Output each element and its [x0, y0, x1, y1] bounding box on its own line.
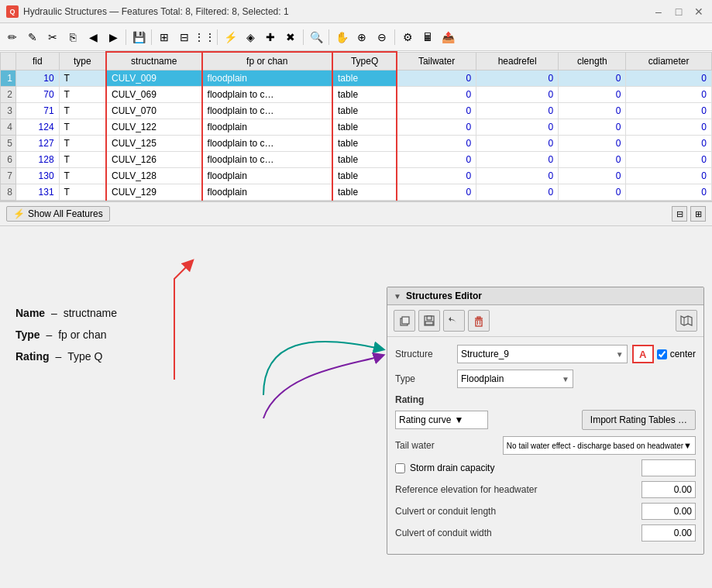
table-cell[interactable]: 0	[626, 168, 712, 184]
save-icon[interactable]: 💾	[129, 28, 148, 46]
table-cell[interactable]: floodplain to c…	[202, 136, 332, 152]
table-cell[interactable]: 0	[559, 70, 626, 87]
cut-icon[interactable]: ✂	[43, 28, 62, 46]
editor-delete-button[interactable]	[468, 310, 490, 332]
table-cell[interactable]: floodplain	[202, 168, 332, 184]
table-cell[interactable]: 70	[16, 87, 60, 103]
table-row[interactable]: 371TCULV_070floodplain to c…table0000	[1, 103, 712, 119]
row-number[interactable]: 5	[1, 136, 16, 152]
row-number[interactable]: 1	[1, 70, 16, 87]
table-cell[interactable]: T	[59, 87, 106, 103]
row-number[interactable]: 3	[1, 103, 16, 119]
table-cell[interactable]: 0	[476, 136, 559, 152]
editor-copy-button[interactable]	[394, 310, 415, 332]
editor-undo-button[interactable]	[443, 310, 465, 332]
table-cell[interactable]: T	[59, 168, 106, 184]
row-number[interactable]: 7	[1, 168, 16, 184]
table-cell[interactable]: 0	[476, 119, 559, 136]
table-row[interactable]: 110TCULV_009floodplaintable0000	[1, 70, 712, 87]
import-rating-tables-button[interactable]: Import Rating Tables …	[582, 410, 696, 430]
table-cell[interactable]: 0	[559, 136, 626, 152]
tools-icon[interactable]: ⚙	[398, 28, 417, 46]
table-cell[interactable]: 0	[559, 152, 626, 168]
clength-header[interactable]: clength	[559, 52, 626, 70]
tailwater-dropdown[interactable]: No tail water effect - discharge based o…	[503, 436, 696, 455]
columns-icon[interactable]: ⋮⋮	[195, 28, 214, 46]
table-row[interactable]: 270TCULV_069floodplain to c…table0000	[1, 87, 712, 103]
table-cell[interactable]: 0	[476, 70, 559, 87]
table-cell[interactable]: floodplain to c…	[202, 103, 332, 119]
table-cell[interactable]: T	[59, 184, 106, 201]
table-cell[interactable]: 0	[476, 152, 559, 168]
table-cell[interactable]: 71	[16, 103, 60, 119]
table-cell[interactable]: 0	[626, 152, 712, 168]
export-icon[interactable]: 📤	[439, 28, 457, 46]
table-cell[interactable]: 0	[559, 103, 626, 119]
table-cell[interactable]: T	[59, 119, 106, 136]
table-cell[interactable]: 128	[16, 152, 60, 168]
maximize-button[interactable]: □	[672, 5, 686, 19]
table-cell[interactable]: 0	[626, 70, 712, 87]
table-cell[interactable]: CULV_069	[106, 87, 202, 103]
filter-icon[interactable]: ⚡	[221, 28, 239, 46]
table-cell[interactable]: 0	[559, 87, 626, 103]
table-cell[interactable]: 0	[559, 184, 626, 201]
table-cell[interactable]: floodplain	[202, 70, 332, 87]
structure-dropdown[interactable]: Structure_9 ▼	[457, 345, 628, 363]
panel-collapse-icon[interactable]: ▼	[394, 292, 401, 301]
table-cell[interactable]: 0	[476, 168, 559, 184]
zoom-out-icon[interactable]: ⊖	[373, 28, 391, 46]
table-cell[interactable]: 0	[559, 119, 626, 136]
show-features-button[interactable]: ⚡ Show All Features	[6, 206, 110, 222]
minimize-button[interactable]: –	[652, 5, 666, 19]
search-icon[interactable]: 🔍	[307, 28, 325, 46]
table-cell[interactable]: CULV_129	[106, 184, 202, 201]
table-cell[interactable]: CULV_122	[106, 119, 202, 136]
editor-map-button[interactable]	[676, 310, 697, 332]
select-icon[interactable]: ◈	[241, 28, 260, 46]
zoom-icon[interactable]: ⊕	[353, 28, 371, 46]
table-cell[interactable]: table	[332, 168, 397, 184]
table-icon[interactable]: ⊟	[175, 28, 194, 46]
table-cell[interactable]: 0	[626, 136, 712, 152]
table-cell[interactable]: 0	[397, 103, 476, 119]
table-cell[interactable]: 10	[16, 70, 60, 87]
pan-icon[interactable]: ✋	[332, 28, 351, 46]
fp-chan-header[interactable]: fp or chan	[202, 52, 332, 70]
plus-icon[interactable]: ✚	[261, 28, 280, 46]
row-number[interactable]: 2	[1, 87, 16, 103]
table-cell[interactable]: CULV_070	[106, 103, 202, 119]
expand-table-button[interactable]: ⊞	[690, 206, 706, 222]
table-cell[interactable]: 127	[16, 136, 60, 152]
tailwater-header[interactable]: Tailwater	[397, 52, 476, 70]
table-cell[interactable]: floodplain to c…	[202, 152, 332, 168]
back-icon[interactable]: ◀	[84, 28, 102, 46]
table-cell[interactable]: T	[59, 152, 106, 168]
table-cell[interactable]: CULV_125	[106, 136, 202, 152]
text-symbol-button[interactable]: A	[632, 345, 654, 363]
table-cell[interactable]: floodplain	[202, 184, 332, 201]
table-cell[interactable]: 0	[476, 103, 559, 119]
table-cell[interactable]: table	[332, 184, 397, 201]
table-cell[interactable]: 0	[626, 184, 712, 201]
table-cell[interactable]: table	[332, 119, 397, 136]
table-cell[interactable]: 0	[476, 87, 559, 103]
editor-save-button[interactable]	[418, 310, 440, 332]
storm-drain-input[interactable]	[641, 459, 696, 476]
table-cell[interactable]: floodplain to c…	[202, 87, 332, 103]
table-cell[interactable]: CULV_009	[106, 70, 202, 87]
forward-icon[interactable]: ▶	[104, 28, 122, 46]
close-button[interactable]: ✕	[692, 5, 706, 19]
table-cell[interactable]: 0	[397, 184, 476, 201]
edit-icon[interactable]: ✎	[23, 28, 42, 46]
ref-elev-input[interactable]	[641, 481, 696, 498]
table-cell[interactable]: table	[332, 103, 397, 119]
rating-curve-dropdown[interactable]: Rating curve ▼	[395, 411, 488, 429]
copy-icon[interactable]: ⎘	[64, 28, 82, 46]
structname-header[interactable]: structname	[106, 52, 202, 70]
cdiameter-header[interactable]: cdiameter	[626, 52, 712, 70]
table-cell[interactable]: 131	[16, 184, 60, 201]
table-cell[interactable]: 0	[397, 87, 476, 103]
culvert-width-input[interactable]	[641, 524, 696, 542]
minus-icon[interactable]: ✖	[281, 28, 300, 46]
